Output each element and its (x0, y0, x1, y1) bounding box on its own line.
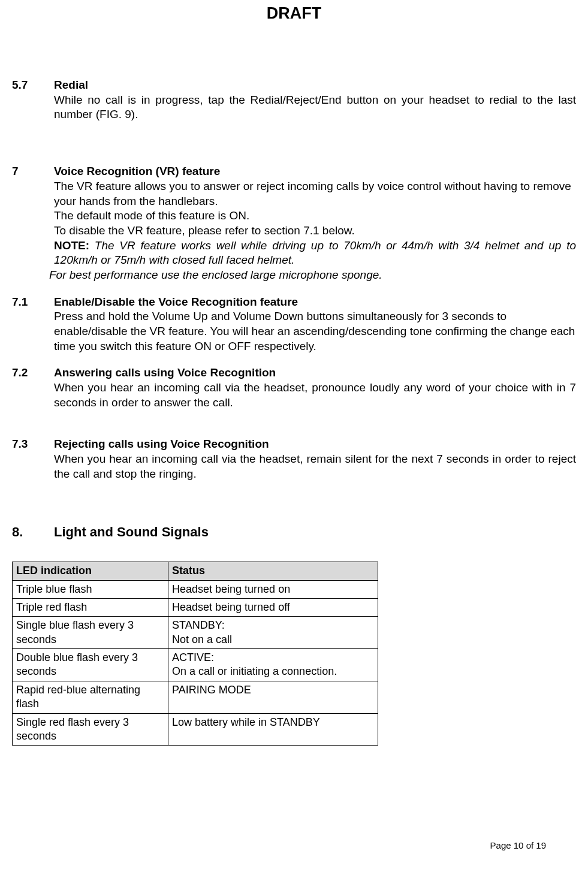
section-7-1: 7.1 Enable/Disable the Voice Recognition… (12, 295, 576, 354)
table-cell: Headset being turned on (168, 580, 378, 598)
table-header-led: LED indication (13, 562, 168, 580)
section-title: Redial (54, 78, 88, 93)
section-title: Answering calls using Voice Recognition (54, 366, 276, 381)
draft-header: DRAFT (12, 0, 576, 78)
note-body: The VR feature works well while driving … (54, 239, 576, 267)
section-p3: To disable the VR feature, please refer … (12, 224, 576, 239)
table-row: Single red flash every 3 seconds Low bat… (13, 713, 378, 746)
table-cell: Single red flash every 3 seconds (13, 713, 168, 746)
section-7-2: 7.2 Answering calls using Voice Recognit… (12, 366, 576, 410)
section-body: When you hear an incoming call via the h… (12, 381, 576, 410)
table-cell: Headset being turned off (168, 598, 378, 616)
page-footer: Page 10 of 19 (490, 840, 546, 852)
section-7: 7 Voice Recognition (VR) feature The VR … (12, 164, 576, 283)
section-body: Press and hold the Volume Up and Volume … (12, 309, 576, 354)
section-title: Light and Sound Signals (54, 524, 209, 541)
section-number: 7 (12, 164, 54, 179)
table-row: Double blue flash every 3 seconds ACTIVE… (13, 649, 378, 681)
section-body: When you hear an incoming call via the h… (12, 452, 576, 481)
table-cell: Triple red flash (13, 598, 168, 616)
section-number: 5.7 (12, 78, 54, 93)
section-note: NOTE: The VR feature works well while dr… (12, 239, 576, 268)
section-7-3: 7.3 Rejecting calls using Voice Recognit… (12, 437, 576, 481)
table-row: Rapid red-blue alternating flash PAIRING… (13, 681, 378, 713)
table-cell: Double blue flash every 3 seconds (13, 649, 168, 681)
table-cell: Single blue flash every 3 seconds (13, 617, 168, 649)
section-p1: The VR feature allows you to answer or r… (12, 179, 576, 209)
table-cell: STANDBY: Not on a call (168, 617, 378, 649)
table-row: Triple blue flash Headset being turned o… (13, 580, 378, 598)
section-p2: The default mode of this feature is ON. (12, 209, 576, 224)
table-header-status: Status (168, 562, 378, 580)
section-number: 7.2 (12, 366, 54, 381)
section-5-7: 5.7 Redial While no call is in progress,… (12, 78, 576, 122)
table-cell: Rapid red-blue alternating flash (13, 681, 168, 713)
section-body: While no call is in progress, tap the Re… (12, 93, 576, 122)
table-cell: PAIRING MODE (168, 681, 378, 713)
section-title: Rejecting calls using Voice Recognition (54, 437, 269, 452)
section-number: 7.3 (12, 437, 54, 452)
section-number: 8. (12, 524, 54, 541)
table-cell: Triple blue flash (13, 580, 168, 598)
note-body2: For best performance use the enclosed la… (12, 268, 576, 283)
table-row: Triple red flash Headset being turned of… (13, 598, 378, 616)
table-cell: ACTIVE: On a call or initiating a connec… (168, 649, 378, 681)
section-title: Enable/Disable the Voice Recognition fea… (54, 295, 298, 310)
table-cell: Low battery while in STANDBY (168, 713, 378, 746)
table-row: Single blue flash every 3 seconds STANDB… (13, 617, 378, 649)
section-number: 7.1 (12, 295, 54, 310)
signals-table: LED indication Status Triple blue flash … (12, 562, 378, 746)
note-label: NOTE: (54, 239, 95, 252)
section-8: 8. Light and Sound Signals (12, 524, 576, 541)
section-title: Voice Recognition (VR) feature (54, 164, 220, 179)
